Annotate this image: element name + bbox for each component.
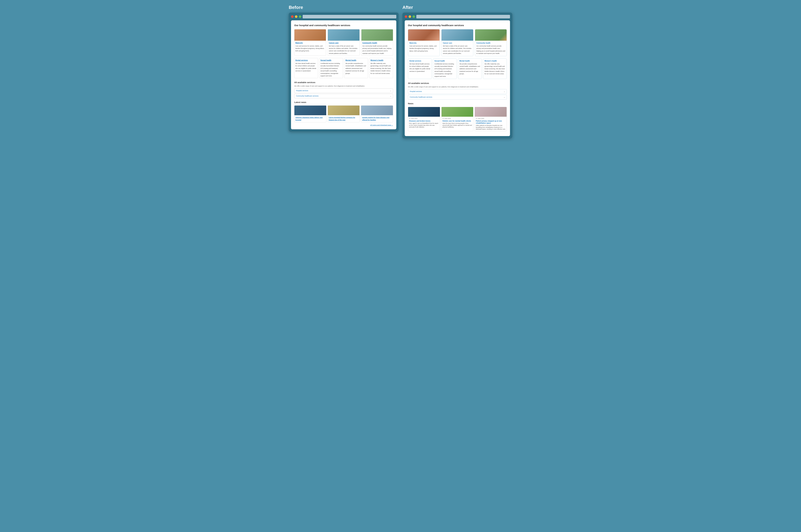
before-dental-card: Dental services We have dental health se… [294,58,318,78]
before-top-services-grid: Maternity Care and services for women, b… [294,29,393,56]
after-news-image-1 [408,107,440,117]
before-womens-desc: We offer maternity care, gynaecology, se… [371,63,391,74]
after-news-title: News [408,102,507,105]
after-cancer-link[interactable]: Cancer care [443,42,472,44]
before-cancer-link[interactable]: Cancer care [329,42,358,44]
after-dot-green[interactable] [412,15,415,18]
before-accordion-hospital[interactable]: Hospital services ⌄ [294,89,393,93]
before-news-link-3[interactable]: Genetic testing for heart disease now of… [362,116,389,121]
after-news-text-1: Evie, aged 9, won an Eisteddfod Prize fo… [409,122,439,128]
after-dot-yellow[interactable] [409,15,411,18]
before-news-image-1 [294,106,326,115]
after-dental-card: Dental services We have dental health se… [408,58,432,79]
before-news-link-1[interactable]: Atherton champion helps deliver new hosp… [295,116,323,121]
after-sexual-card: Sexual health Confidential services incl… [433,58,457,79]
after-community-link[interactable]: Community health [477,42,505,44]
before-dot-yellow[interactable] [295,15,297,18]
after-page-title: Our hospital and community healthcare se… [408,23,507,27]
before-maternity-body: Maternity Care and services for women, b… [294,41,326,53]
after-news-headline-3[interactable]: Patient privacy stepped up at new rehabi… [476,120,506,124]
after-womens-card: Women's health We offer maternity care, … [483,58,507,79]
after-news-date-1: 27 June 2024 [409,118,439,120]
before-dot-red[interactable] [291,15,294,18]
after-accordion-hospital-label: Hospital services [410,90,422,93]
after-cancer-body: Cancer care We have a state of the art c… [442,41,473,56]
before-womens-link[interactable]: Women's health [371,59,392,61]
before-page-title: Our hospital and community healthcare se… [294,23,393,27]
after-news-text-3: Older patients at Mareeba Hospital are n… [476,125,506,130]
after-news-date-2: 27 June 2024 [443,118,472,120]
before-womens-card: Women's health We offer maternity care, … [369,58,393,78]
before-service-community: Community health Our community health se… [361,29,393,56]
after-address-bar[interactable] [416,15,510,18]
after-dental-desc: We have dental health services for schoo… [409,63,430,72]
after-community-body: Community health Our community health se… [475,41,507,56]
after-top-services-grid: Maternity Care and services for women, b… [408,29,507,56]
before-available-title: All available services [294,81,393,84]
before-cancer-image [328,30,359,41]
before-news-section: Latest news Atherton champion helps deli… [294,101,393,126]
comparison-container: Before Our hospital and community health… [3,5,798,138]
before-accordion-hospital-label: Hospital services [296,90,308,92]
before-news-link-2[interactable]: Cairns Hospital kitchen prepares for big… [329,116,355,121]
after-maternity-link[interactable]: Maternity [409,42,438,44]
before-accordion-community-chevron: ⌄ [390,95,391,97]
before-maternity-link[interactable]: Maternity [295,42,325,44]
before-news-card-3: Genetic testing for heart disease now of… [361,106,393,122]
before-mental-link[interactable]: Mental health [346,59,367,61]
before-news-body-2: Cairns Hospital kitchen prepares for big… [328,115,360,122]
after-community-desc: Our community health services provide pr… [477,45,505,54]
after-news-headline-1[interactable]: Diseases and broken bones [409,120,439,122]
after-accordion-community[interactable]: Community healthcare services ⌄ [408,95,507,100]
after-news-headline-2[interactable]: Holistic care for mental health clients [443,120,472,122]
before-news-body-3: Genetic testing for heart disease now of… [361,115,393,122]
after-maternity-desc: Care and services for women, babies, and… [409,45,437,52]
after-maternity-image [408,30,440,41]
after-news-card-2: 27 June 2024 Holistic care for mental he… [441,107,473,131]
after-dot-red[interactable] [405,15,407,18]
before-accordion-community-label: Community healthcare services [296,95,319,97]
before-community-image [361,30,393,41]
after-sexual-desc: Confidential services including sexually… [434,63,454,77]
after-browser-chrome [405,15,510,18]
after-service-cancer: Cancer care We have a state of the art c… [441,29,473,56]
after-available-desc: We offer a wide range of care and suppor… [408,86,507,88]
after-news-card-1: 27 June 2024 Diseases and broken bones E… [408,107,440,131]
before-cancer-body: Cancer care We have a state of the art c… [328,41,359,56]
before-dental-link[interactable]: Dental services [295,59,317,61]
before-service-cancer: Cancer care We have a state of the art c… [328,29,359,56]
after-available-section: All available services We offer a wide r… [408,82,507,100]
after-accordion-hospital[interactable]: Hospital services ⌄ [408,89,507,94]
after-news-section: News 27 June 2024 Diseases and broken bo… [408,102,507,131]
after-news-body-2: 27 June 2024 Holistic care for mental he… [442,117,473,129]
before-panel-wrapper: Before Our hospital and community health… [289,5,398,132]
after-mental-card: Mental health We provide comprehensive m… [458,58,482,79]
after-browser-window: Our hospital and community healthcare se… [403,13,512,138]
after-accordion-community-label: Community healthcare services [410,96,432,98]
before-sexual-card: Sexual health Confidential services incl… [319,58,343,78]
before-service-maternity: Maternity Care and services for women, b… [294,29,326,56]
after-community-image [475,30,507,41]
after-news-date-3: 27 June 2024 [476,118,506,120]
after-news-image-3 [475,107,507,117]
after-news-text-2: Meet the team that is turning people's l… [443,122,472,128]
before-news-card-1: Atherton champion helps deliver new hosp… [294,106,327,122]
after-dental-link[interactable]: Dental services [409,60,430,62]
after-womens-link[interactable]: Women's health [484,60,505,62]
before-sexual-desc: Confidential services including sexually… [320,63,340,77]
before-address-bar[interactable] [303,15,396,18]
after-mental-link[interactable]: Mental health [460,60,480,62]
before-accordion-community[interactable]: Community healthcare services ⌄ [294,94,393,98]
before-community-link[interactable]: Community health [362,42,392,44]
before-news-title: Latest news [294,101,393,104]
after-service-maternity: Maternity Care and services for women, b… [408,29,440,56]
before-all-news-link[interactable]: All Cairns and Hinterland news → [294,124,393,126]
after-sexual-link[interactable]: Sexual health [434,60,455,62]
before-dental-desc: We have dental health services for schoo… [295,63,316,72]
after-mental-desc: We provide comprehensive mental health, … [460,63,480,75]
before-dot-green[interactable] [299,15,301,18]
before-news-image-2 [328,106,360,115]
after-label: After [403,5,512,10]
before-sexual-link[interactable]: Sexual health [320,59,342,61]
after-maternity-body: Maternity Care and services for women, b… [408,41,440,53]
